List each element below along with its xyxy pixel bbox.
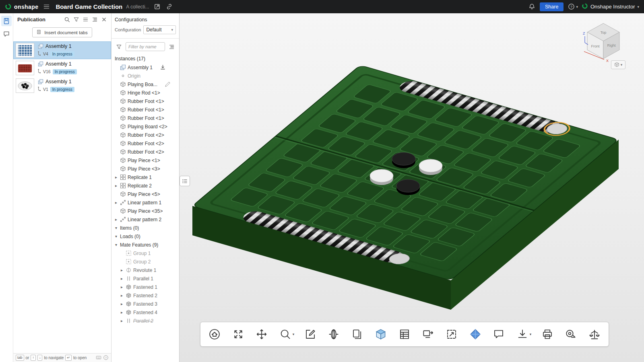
chevron-right-icon[interactable]: ▸ xyxy=(114,201,118,205)
tree-row[interactable]: Group 2 xyxy=(111,257,179,266)
tree-row[interactable]: ▾Items (0) xyxy=(111,224,179,232)
open-doc-icon[interactable] xyxy=(153,3,161,10)
play-piece-white[interactable] xyxy=(419,159,442,175)
view-cube[interactable]: Top Front Right Z X xyxy=(580,19,630,66)
chevron-right-icon[interactable]: ▸ xyxy=(120,311,124,315)
close-icon[interactable] xyxy=(99,15,109,24)
filter-icon[interactable] xyxy=(72,15,81,24)
filter-input[interactable] xyxy=(126,42,165,51)
tree-row[interactable]: Play Piece <3> xyxy=(111,165,179,173)
play-piece-black[interactable] xyxy=(396,179,420,195)
3d-viewport-canvas[interactable] xyxy=(180,13,644,362)
tree-row[interactable]: Rubber Foot <1> xyxy=(111,97,179,105)
print-button[interactable] xyxy=(540,327,555,342)
tree-row[interactable]: Playing Boa... xyxy=(111,80,179,88)
tree-row[interactable]: Playing Board <2> xyxy=(111,122,179,131)
tree-row[interactable]: ▸Replicate 2 xyxy=(111,181,179,190)
download-button[interactable] xyxy=(515,327,530,342)
link-icon[interactable] xyxy=(165,3,173,10)
export-image-button[interactable] xyxy=(420,327,436,342)
section-view-button[interactable] xyxy=(326,327,341,342)
render-button[interactable] xyxy=(468,327,483,342)
tree-row[interactable]: ▸Revolute 1 xyxy=(111,266,179,274)
tree-row[interactable]: Rubber Foot <2> xyxy=(111,148,179,156)
tree-row[interactable]: ▸Fastened 2 xyxy=(111,291,179,300)
markup-button[interactable] xyxy=(303,327,318,342)
view-cube-right-label[interactable]: Right xyxy=(607,43,616,47)
chevron-right-icon[interactable]: ▸ xyxy=(114,184,118,188)
chevron-down-icon[interactable]: ▾ xyxy=(114,226,118,230)
comment-button[interactable] xyxy=(491,327,506,342)
tree-row[interactable]: ▸Fastened 3 xyxy=(111,300,179,308)
play-piece-white[interactable] xyxy=(370,169,393,185)
chevron-down-icon[interactable]: ▾ xyxy=(114,234,118,239)
chevron-right-icon[interactable]: ▸ xyxy=(114,175,118,179)
download-caret-icon[interactable]: ▾ xyxy=(530,332,532,336)
tree-row[interactable]: Rubber Foot <1> xyxy=(111,105,179,114)
publication-item[interactable]: Assembly 1 V16 In progress xyxy=(13,59,111,77)
account-menu[interactable]: Onshape Instructor ▾ xyxy=(582,3,639,10)
tree-row[interactable]: Assembly 1 xyxy=(111,63,179,72)
tree-row[interactable]: ▸Fastened 1 xyxy=(111,283,179,291)
tree-row[interactable]: ▸Replicate 1 xyxy=(111,173,179,181)
sketch-icon[interactable] xyxy=(165,81,171,87)
tree-row[interactable]: ▾Mate Features (9) xyxy=(111,241,179,249)
rail-publication-tab[interactable] xyxy=(1,16,12,26)
search-icon[interactable] xyxy=(62,15,72,24)
chevron-right-icon[interactable]: ▸ xyxy=(120,319,124,323)
tree-row[interactable]: Play Piece <5> xyxy=(111,190,179,198)
list-view-icon[interactable] xyxy=(81,15,90,24)
notifications-bell-icon[interactable] xyxy=(528,3,536,10)
tape-measure-button[interactable] xyxy=(563,327,578,342)
tree-settings-icon[interactable] xyxy=(167,42,176,51)
bom-table-button[interactable] xyxy=(397,327,412,342)
tree-row[interactable]: ▾Loads (0) xyxy=(111,232,179,241)
publication-item[interactable]: Assembly 1 V4 In progress xyxy=(13,41,111,59)
insert-document-tabs-button[interactable]: Insert document tabs xyxy=(32,27,92,37)
tree-row[interactable]: Rubber Foot <2> xyxy=(111,139,179,148)
view-cube-front-label[interactable]: Front xyxy=(591,44,600,48)
tree-row[interactable]: Group 1 xyxy=(111,249,179,257)
measure-button[interactable] xyxy=(444,327,459,342)
named-views-button[interactable] xyxy=(373,327,388,342)
main-menu-button[interactable] xyxy=(42,2,51,11)
chevron-right-icon[interactable]: ▸ xyxy=(120,294,124,298)
publication-item[interactable]: Assembly 1 V1 In progress xyxy=(13,77,111,95)
chevron-right-icon[interactable]: ▸ xyxy=(120,285,124,289)
zoom-view-button[interactable] xyxy=(278,327,293,342)
tree-row[interactable]: ▸Parallel 2 xyxy=(111,317,179,325)
chevron-right-icon[interactable]: ▸ xyxy=(114,218,118,222)
graphics-area[interactable]: Top Front Right Z X ▾ ▾▾ xyxy=(180,13,644,362)
chevron-down-icon[interactable]: ▾ xyxy=(114,243,118,247)
tree-row[interactable]: Hinge Rod <1> xyxy=(111,88,179,97)
help-menu[interactable]: ? ▾ xyxy=(567,3,578,10)
sheets-button[interactable] xyxy=(350,327,365,342)
tree-filter-icon[interactable] xyxy=(114,42,124,51)
tree-row[interactable]: ▸Linear pattern 2 xyxy=(111,215,179,224)
help-icon[interactable]: ? xyxy=(567,3,576,10)
view-cube-top-label[interactable]: Top xyxy=(601,31,607,35)
mass-properties-button[interactable] xyxy=(587,327,602,342)
tree-row[interactable]: Play Piece <1> xyxy=(111,156,179,165)
rail-comments-tab[interactable] xyxy=(1,29,12,39)
share-button[interactable]: Share xyxy=(540,2,564,11)
tree-row[interactable]: Play Piece <35> xyxy=(111,207,179,215)
tree-row[interactable]: Origin xyxy=(111,72,179,80)
view-options-button[interactable]: ▾ xyxy=(611,60,625,69)
tree-row[interactable]: ▸Fastened 4 xyxy=(111,308,179,317)
keyboard-icon[interactable] xyxy=(96,355,101,361)
configuration-dropdown[interactable]: Default ▾ xyxy=(143,25,176,34)
play-piece-black[interactable] xyxy=(392,152,415,168)
tree-row[interactable]: ▸Parallel 1 xyxy=(111,274,179,283)
chevron-right-icon[interactable]: ▸ xyxy=(120,277,124,281)
insert-icon[interactable] xyxy=(160,64,166,70)
tree-row[interactable]: Rubber Foot <1> xyxy=(111,114,179,122)
tree-row[interactable]: Rubber Foot <2> xyxy=(111,131,179,139)
rotate-view-button[interactable] xyxy=(231,327,246,342)
pan-view-button[interactable] xyxy=(254,327,269,342)
tree-row[interactable]: ▸Linear pattern 1 xyxy=(111,198,179,207)
home-button[interactable] xyxy=(207,327,222,342)
zoom-view-caret-icon[interactable]: ▾ xyxy=(293,332,295,336)
onshape-logo[interactable]: onshape xyxy=(5,3,38,10)
panel-collapse-handle[interactable] xyxy=(180,176,190,186)
